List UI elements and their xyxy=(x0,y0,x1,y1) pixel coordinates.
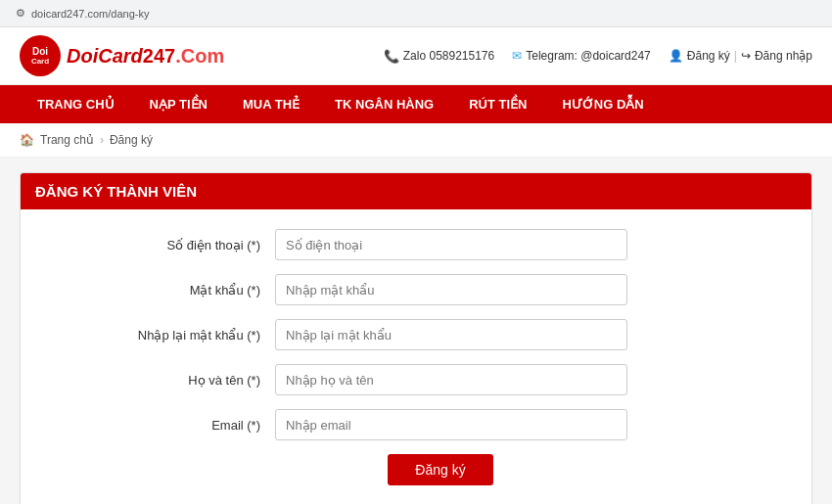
logo-text: DoiCard247.Com xyxy=(67,45,224,68)
phone-label: Zalo 0589215176 xyxy=(403,49,494,63)
breadcrumb-sep: › xyxy=(100,133,104,147)
confirm-password-label: Nhập lại mật khẩu (*) xyxy=(60,328,275,343)
fullname-input[interactable] xyxy=(275,364,627,395)
telegram-label: Telegram: @doicard247 xyxy=(526,49,651,63)
password-label: Mật khẩu (*) xyxy=(60,283,275,298)
logo-area: Doi Card DoiCard247.Com xyxy=(20,35,224,76)
password-row: Mật khẩu (*) xyxy=(60,274,772,305)
phone-contact: 📞 Zalo 0589215176 xyxy=(384,49,494,64)
fullname-row: Họ và tên (*) xyxy=(60,364,772,395)
telegram-icon: ✉ xyxy=(512,49,522,63)
main-content: ĐĂNG KÝ THÀNH VIÊN Số điện thoại (*) Mật… xyxy=(20,172,812,504)
breadcrumb: 🏠 Trang chủ › Đăng ký xyxy=(0,123,832,158)
nav-trangchu[interactable]: TRANG CHỦ xyxy=(20,85,132,123)
login-link[interactable]: Đăng nhập xyxy=(755,49,812,63)
fullname-label: Họ và tên (*) xyxy=(60,373,275,388)
nav-ruttien[interactable]: RÚT TIỀN xyxy=(451,85,544,123)
phone-row: Số điện thoại (*) xyxy=(60,229,772,260)
submit-row: Đăng ký xyxy=(60,454,772,485)
register-link[interactable]: Đăng ký xyxy=(687,49,730,63)
home-icon: 🏠 xyxy=(20,133,34,147)
phone-input[interactable] xyxy=(275,229,627,260)
submit-button[interactable]: Đăng ký xyxy=(388,454,492,485)
email-label: Email (*) xyxy=(60,418,275,433)
zalo-icon: 📞 xyxy=(384,49,399,64)
header-contact: 📞 Zalo 0589215176 ✉ Telegram: @doicard24… xyxy=(384,49,812,64)
nav-huongdan[interactable]: HƯỚNG DẪN xyxy=(544,85,661,123)
browser-bar: ⚙ doicard247.com/dang-ky xyxy=(0,0,832,27)
browser-url: doicard247.com/dang-ky xyxy=(31,8,149,20)
password-input[interactable] xyxy=(275,274,627,305)
main-nav: TRANG CHỦ NẠP TIỀN MUA THẺ TK NGÂN HÀNG … xyxy=(0,85,832,123)
user-icon: 👤 xyxy=(669,49,683,63)
arrow-icon: ↪ xyxy=(741,49,751,63)
email-input[interactable] xyxy=(275,409,627,440)
registration-form: Số điện thoại (*) Mật khẩu (*) Nhập lại … xyxy=(21,209,811,504)
phone-label: Số điện thoại (*) xyxy=(60,238,275,252)
site-header: Doi Card DoiCard247.Com 📞 Zalo 058921517… xyxy=(0,27,832,85)
section-title: ĐĂNG KÝ THÀNH VIÊN xyxy=(21,173,811,209)
logo-icon: Doi Card xyxy=(20,35,61,76)
nav-naptien[interactable]: NẠP TIỀN xyxy=(132,85,225,123)
browser-icon: ⚙ xyxy=(16,7,25,20)
email-row: Email (*) xyxy=(60,409,772,440)
breadcrumb-home[interactable]: Trang chủ xyxy=(40,133,94,147)
auth-links: 👤 Đăng ký | ↪ Đăng nhập xyxy=(669,49,812,63)
breadcrumb-current: Đăng ký xyxy=(110,133,153,147)
confirm-password-row: Nhập lại mật khẩu (*) xyxy=(60,319,772,350)
nav-tknganhang[interactable]: TK NGÂN HÀNG xyxy=(317,85,451,123)
nav-muathe[interactable]: MUA THẺ xyxy=(225,85,317,123)
confirm-password-input[interactable] xyxy=(275,319,627,350)
telegram-contact: ✉ Telegram: @doicard247 xyxy=(512,49,651,63)
